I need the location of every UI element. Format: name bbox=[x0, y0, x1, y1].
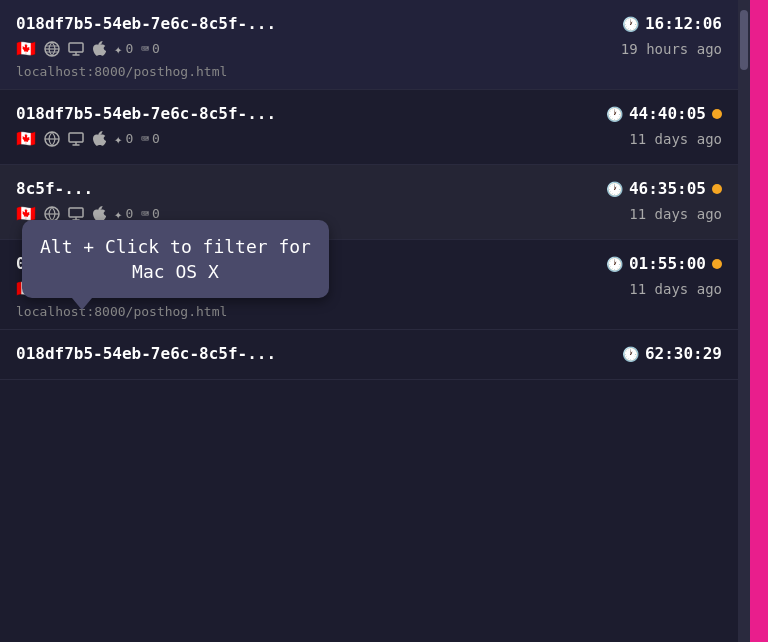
session-id: 018df7b5-54eb-7e6c-8c5f-... bbox=[16, 344, 276, 363]
session-duration: 🕐 01:55:00 bbox=[606, 254, 722, 273]
session-list: 018df7b5-54eb-7e6c-8c5f-... 🕐 16:12:06 🇨… bbox=[0, 0, 738, 380]
monitor-icon bbox=[68, 132, 84, 146]
apple-icon bbox=[92, 131, 106, 147]
key-count: ⌨ 0 bbox=[141, 131, 160, 146]
svg-rect-1 bbox=[69, 43, 83, 52]
session-icons: 🇨🇦 bbox=[16, 129, 160, 148]
time-ago: 11 days ago bbox=[629, 281, 722, 297]
scrollbar-thumb[interactable] bbox=[740, 10, 748, 70]
session-id: 8c5f-... bbox=[16, 179, 93, 198]
session-id: 018df7b5-54eb-7e6c-8c5f-... bbox=[16, 14, 276, 33]
time-ago: 11 days ago bbox=[629, 206, 722, 222]
flag-icon: 🇨🇦 bbox=[16, 129, 36, 148]
apple-icon bbox=[92, 41, 106, 57]
active-dot bbox=[712, 109, 722, 119]
session-duration: 🕐 16:12:06 bbox=[622, 14, 722, 33]
session-item[interactable]: 018df7b5-54eb-7e6c-8c5f-... 🕐 44:40:05 🇨… bbox=[0, 90, 738, 165]
session-duration: 🕐 46:35:05 bbox=[606, 179, 722, 198]
click-count: ✦ 0 bbox=[114, 41, 133, 57]
clock-icon: 🕐 bbox=[606, 256, 623, 272]
svg-rect-5 bbox=[69, 208, 83, 217]
clock-icon: 🕐 bbox=[622, 346, 639, 362]
monitor-icon bbox=[68, 42, 84, 56]
click-count: ✦ 0 bbox=[114, 131, 133, 147]
active-dot bbox=[712, 259, 722, 269]
session-id: 018df7b5-54eb-7e6c-8c5f-... bbox=[16, 104, 276, 123]
session-url: localhost:8000/posthog.html bbox=[16, 64, 722, 79]
flag-icon: 🇨🇦 bbox=[16, 39, 36, 58]
monitor-icon bbox=[68, 207, 84, 221]
session-icons: 🇨🇦 bbox=[16, 39, 160, 58]
session-url: localhost:8000/posthog.html bbox=[16, 304, 722, 319]
time-ago: 19 hours ago bbox=[621, 41, 722, 57]
key-count: ⌨ 0 bbox=[141, 206, 160, 221]
active-dot bbox=[712, 184, 722, 194]
session-duration: 🕐 44:40:05 bbox=[606, 104, 722, 123]
browser-icon bbox=[44, 41, 60, 57]
time-ago: 11 days ago bbox=[629, 131, 722, 147]
clock-icon: 🕐 bbox=[606, 181, 623, 197]
browser-icon bbox=[44, 131, 60, 147]
clock-icon: 🕐 bbox=[622, 16, 639, 32]
key-count: ⌨ 0 bbox=[141, 41, 160, 56]
right-accent-bar bbox=[750, 0, 768, 642]
session-item[interactable]: 018df7b5-54eb-7e6c-8c5f-... 🕐 62:30:29 bbox=[0, 330, 738, 380]
session-duration: 🕐 62:30:29 bbox=[622, 344, 722, 363]
svg-rect-3 bbox=[69, 133, 83, 142]
scrollbar[interactable] bbox=[738, 0, 750, 642]
session-item[interactable]: 018df7b5-54eb-7e6c-8c5f-... 🕐 16:12:06 🇨… bbox=[0, 0, 738, 90]
filter-tooltip: Alt + Click to filter for Mac OS X bbox=[22, 220, 329, 298]
clock-icon: 🕐 bbox=[606, 106, 623, 122]
session-list-container: 018df7b5-54eb-7e6c-8c5f-... 🕐 16:12:06 🇨… bbox=[0, 0, 738, 642]
